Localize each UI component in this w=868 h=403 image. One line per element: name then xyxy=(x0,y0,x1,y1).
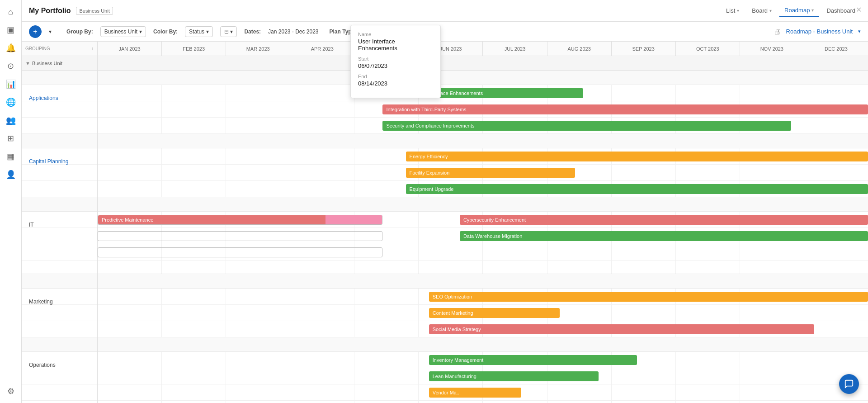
predictive-container: Predictive Maintenance xyxy=(98,215,382,225)
marketing-row3 xyxy=(22,321,97,337)
month-oct: OCT 2023 xyxy=(676,42,740,56)
tooltip-start-value: 06/07/2023 xyxy=(358,62,433,69)
capital-planning-row3 xyxy=(22,181,97,197)
app-task-row-1: User Interface Enhancements xyxy=(98,85,868,101)
tab-board[interactable]: Board ▾ xyxy=(746,5,777,17)
capital-task-row-2: Facility Expansion xyxy=(98,165,868,181)
operations-name-row: Operations xyxy=(22,352,97,368)
table-icon[interactable]: ▦ xyxy=(3,148,19,165)
it-group-label: IT xyxy=(29,222,34,228)
dates-label: Dates: xyxy=(244,28,261,35)
predictive-bar[interactable]: Predictive Maintenance xyxy=(98,215,326,224)
tab-dashboard[interactable]: Dashboard xyxy=(821,5,861,17)
sidebar: ⌂ ▣ 🔔 ⊙ 📊 🌐 👥 ⊞ ▦ 👤 ⚙ xyxy=(0,0,22,403)
operations-row3 xyxy=(22,384,97,401)
it-section-header-right xyxy=(98,197,868,212)
it-extra xyxy=(22,261,97,274)
security-bar[interactable]: Security and Compliance Improvements xyxy=(382,121,791,131)
predictive-outline xyxy=(98,231,382,241)
equipment-bar[interactable]: Equipment Upgrade xyxy=(406,184,868,194)
it-name-row: IT xyxy=(22,212,97,228)
tooltip-start-field: Start 06/07/2023 xyxy=(358,56,433,69)
group-by-label: Group By: xyxy=(66,28,93,35)
facility-bar[interactable]: Facility Expansion xyxy=(406,168,576,178)
grouping-label: GROUPING xyxy=(25,46,50,51)
business-unit-group-header[interactable]: ▼ Business Unit xyxy=(22,56,97,71)
inventory-bar[interactable]: Inventory Management xyxy=(429,355,637,365)
month-feb: FEB 2023 xyxy=(162,42,226,56)
marketing-task-row-1: SEO Optimization xyxy=(98,289,868,305)
roadmap-arrow[interactable]: ▾ xyxy=(858,28,861,34)
month-aug: AUG 2023 xyxy=(547,42,612,56)
home-icon[interactable]: ⌂ xyxy=(3,4,19,20)
user-icon[interactable]: 👤 xyxy=(3,166,19,183)
marketing-name-row: Marketing xyxy=(22,289,97,305)
search-icon[interactable]: ⊙ xyxy=(3,58,19,74)
gantt-body: ▼ Business Unit Applications xyxy=(22,56,868,403)
color-by-dropdown[interactable]: Status ▾ xyxy=(185,26,213,37)
it-task-row-2: Data Warehouse Migration xyxy=(98,228,868,244)
month-dec: DEC 2023 xyxy=(804,42,868,56)
scan-icon[interactable]: ⊞ xyxy=(3,130,19,147)
filter-button[interactable]: ⊟ ▾ xyxy=(220,26,237,37)
seo-bar[interactable]: SEO Optimization xyxy=(429,292,868,302)
operations-header xyxy=(22,337,97,352)
tooltip-name-value: User Interface Enhancements xyxy=(358,38,433,52)
marketing-section-header-right xyxy=(98,274,868,289)
add-button[interactable]: + xyxy=(29,25,42,38)
pin-icon: ✕ xyxy=(856,5,862,14)
it-task-row-3 xyxy=(98,244,868,261)
grouping-sort-icon[interactable]: ↕ xyxy=(91,46,94,51)
toolbar: + ▾ Group By: Business Unit ▾ Color By: … xyxy=(22,22,868,42)
predictive-bar-end xyxy=(326,215,382,224)
settings-icon[interactable]: ⚙ xyxy=(3,383,19,399)
lean-bar[interactable]: Lean Manufacturing xyxy=(429,371,599,381)
chat-bubble-button[interactable] xyxy=(839,374,859,394)
it-task-row-1: Predictive Maintenance Cybersecurity Enh… xyxy=(98,212,868,228)
gantt-area: GROUPING ↕ JAN 2023 FEB 2023 MAR 2023 AP… xyxy=(22,42,868,403)
box-icon[interactable]: ▣ xyxy=(3,22,19,38)
task-tooltip: Name User Interface Enhancements Start 0… xyxy=(350,25,441,98)
app-task-row-3: Security and Compliance Improvements xyxy=(98,118,868,134)
month-apr: APR 2023 xyxy=(290,42,354,56)
dates-value: Jan 2023 - Dec 2023 xyxy=(268,28,318,35)
marketing-row2 xyxy=(22,305,97,321)
month-mar: MAR 2023 xyxy=(226,42,290,56)
applications-name-row: Applications xyxy=(22,85,97,101)
bell-icon[interactable]: 🔔 xyxy=(3,40,19,56)
data-warehouse-bar[interactable]: Data Warehouse Migration xyxy=(460,231,868,241)
social-bar[interactable]: Social Media Strategy xyxy=(429,324,814,334)
capital-task-row-1: Energy Efficiency xyxy=(98,148,868,165)
marketing-task-row-2: Content Marketing xyxy=(98,305,868,321)
applications-group-label: Applications xyxy=(29,95,58,101)
print-icon[interactable]: 🖨 xyxy=(774,28,781,36)
roadmap-title-right: Roadmap - Business Unit xyxy=(786,28,853,35)
content-bar[interactable]: Content Marketing xyxy=(429,308,560,318)
tooltip-name-label: Name xyxy=(358,32,433,37)
app-task-row-2: Integration with Third-Party Systems xyxy=(98,101,868,118)
cybersecurity-bar[interactable]: Cybersecurity Enhancement xyxy=(460,215,868,225)
chart-icon[interactable]: 📊 xyxy=(3,76,19,92)
group-by-dropdown[interactable]: Business Unit ▾ xyxy=(100,26,146,37)
it-row3 xyxy=(22,244,97,261)
tab-roadmap[interactable]: Roadmap ▾ xyxy=(779,4,819,17)
add-dropdown[interactable]: ▾ xyxy=(49,28,52,35)
people-icon[interactable]: 👥 xyxy=(3,112,19,128)
predictive-outline2 xyxy=(98,247,382,257)
energy-bar[interactable]: Energy Efficiency xyxy=(406,152,868,161)
applications-row3 xyxy=(22,118,97,134)
month-nov: NOV 2023 xyxy=(740,42,804,56)
marketing-group-label: Marketing xyxy=(29,299,53,305)
integration-bar[interactable]: Integration with Third-Party Systems xyxy=(382,104,868,114)
globe-icon[interactable]: 🌐 xyxy=(3,94,19,110)
applications-label xyxy=(22,71,97,85)
tab-list[interactable]: List ▾ xyxy=(721,5,745,17)
operations-section-header-right xyxy=(98,337,868,352)
tooltip-end-field: End 08/14/2023 xyxy=(358,74,433,87)
it-row2 xyxy=(22,228,97,244)
vendor-bar[interactable]: Vendor Ma... xyxy=(429,388,521,398)
tooltip-name-field: Name User Interface Enhancements xyxy=(358,32,433,52)
capital-planning-header xyxy=(22,134,97,148)
operations-task-row-1: Inventory Management xyxy=(98,352,868,368)
bu-section-header-right xyxy=(98,56,868,71)
